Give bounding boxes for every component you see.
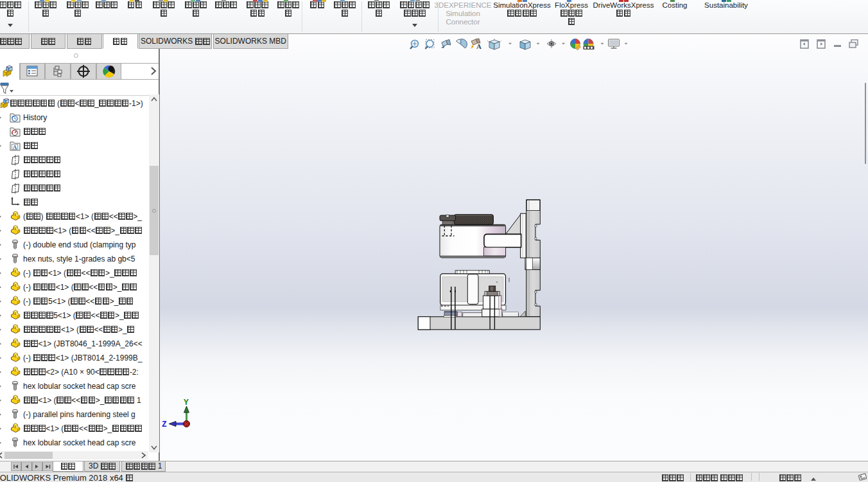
svg-text:A: A — [13, 144, 17, 150]
svg-text:A: A — [476, 42, 482, 50]
svg-text:Z: Z — [162, 420, 167, 429]
svg-text:Y: Y — [184, 398, 189, 407]
